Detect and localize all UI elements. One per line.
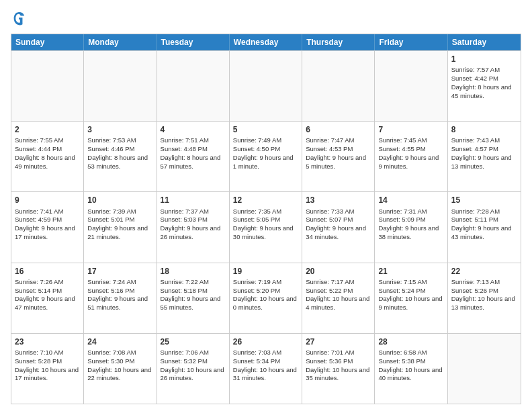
calendar-day-22: 22Sunrise: 7:13 AM Sunset: 5:26 PM Dayli… bbox=[448, 263, 521, 333]
calendar-day-5: 5Sunrise: 7:49 AM Sunset: 4:50 PM Daylig… bbox=[230, 122, 302, 191]
calendar-week-2: 2Sunrise: 7:55 AM Sunset: 4:44 PM Daylig… bbox=[11, 121, 521, 191]
calendar-day-7: 7Sunrise: 7:45 AM Sunset: 4:55 PM Daylig… bbox=[375, 122, 447, 191]
day-number: 23 bbox=[15, 336, 80, 347]
day-info: Sunrise: 7:53 AM Sunset: 4:46 PM Dayligh… bbox=[87, 136, 148, 169]
day-info: Sunrise: 7:31 AM Sunset: 5:09 PM Dayligh… bbox=[378, 208, 439, 240]
day-info: Sunrise: 7:01 AM Sunset: 5:36 PM Dayligh… bbox=[306, 349, 369, 381]
day-info: Sunrise: 7:57 AM Sunset: 4:42 PM Dayligh… bbox=[451, 66, 512, 99]
day-info: Sunrise: 7:10 AM Sunset: 5:28 PM Dayligh… bbox=[15, 349, 79, 381]
day-number: 20 bbox=[306, 266, 371, 277]
calendar-empty-cell bbox=[157, 51, 230, 121]
day-info: Sunrise: 7:15 AM Sunset: 5:24 PM Dayligh… bbox=[378, 278, 442, 311]
day-info: Sunrise: 7:06 AM Sunset: 5:32 PM Dayligh… bbox=[161, 349, 224, 381]
calendar-day-21: 21Sunrise: 7:15 AM Sunset: 5:24 PM Dayli… bbox=[375, 263, 447, 333]
calendar-day-1: 1Sunrise: 7:57 AM Sunset: 4:42 PM Daylig… bbox=[448, 51, 521, 121]
header bbox=[11, 11, 521, 27]
calendar-day-17: 17Sunrise: 7:24 AM Sunset: 5:16 PM Dayli… bbox=[84, 263, 157, 333]
day-number: 12 bbox=[233, 195, 298, 205]
calendar-body: 1Sunrise: 7:57 AM Sunset: 4:42 PM Daylig… bbox=[11, 50, 521, 404]
day-number: 14 bbox=[378, 195, 443, 205]
day-number: 24 bbox=[87, 336, 152, 347]
calendar-empty-cell bbox=[302, 51, 375, 121]
day-number: 3 bbox=[87, 124, 152, 135]
header-cell-monday: Monday bbox=[84, 34, 157, 50]
day-number: 21 bbox=[378, 266, 443, 277]
day-number: 26 bbox=[233, 336, 298, 347]
calendar-day-25: 25Sunrise: 7:06 AM Sunset: 5:32 PM Dayli… bbox=[157, 334, 230, 404]
day-number: 6 bbox=[306, 124, 371, 135]
day-number: 17 bbox=[87, 266, 152, 277]
day-info: Sunrise: 7:19 AM Sunset: 5:20 PM Dayligh… bbox=[233, 278, 297, 311]
calendar-week-1: 1Sunrise: 7:57 AM Sunset: 4:42 PM Daylig… bbox=[11, 50, 521, 121]
day-info: Sunrise: 7:08 AM Sunset: 5:30 PM Dayligh… bbox=[87, 349, 151, 381]
day-info: Sunrise: 7:55 AM Sunset: 4:44 PM Dayligh… bbox=[15, 136, 75, 169]
calendar-day-19: 19Sunrise: 7:19 AM Sunset: 5:20 PM Dayli… bbox=[230, 263, 302, 333]
day-info: Sunrise: 7:51 AM Sunset: 4:48 PM Dayligh… bbox=[161, 136, 221, 169]
calendar-day-24: 24Sunrise: 7:08 AM Sunset: 5:30 PM Dayli… bbox=[84, 334, 157, 404]
day-number: 10 bbox=[87, 195, 152, 205]
calendar-day-11: 11Sunrise: 7:37 AM Sunset: 5:03 PM Dayli… bbox=[157, 192, 230, 262]
calendar-day-9: 9Sunrise: 7:41 AM Sunset: 4:59 PM Daylig… bbox=[11, 192, 84, 262]
day-number: 19 bbox=[233, 266, 298, 277]
calendar-day-4: 4Sunrise: 7:51 AM Sunset: 4:48 PM Daylig… bbox=[157, 122, 230, 191]
calendar-day-8: 8Sunrise: 7:43 AM Sunset: 4:57 PM Daylig… bbox=[448, 122, 521, 191]
day-info: Sunrise: 7:24 AM Sunset: 5:16 PM Dayligh… bbox=[87, 278, 148, 311]
calendar-day-3: 3Sunrise: 7:53 AM Sunset: 4:46 PM Daylig… bbox=[84, 122, 157, 191]
header-cell-friday: Friday bbox=[375, 34, 447, 50]
day-number: 5 bbox=[233, 124, 298, 135]
header-cell-tuesday: Tuesday bbox=[157, 34, 230, 50]
day-number: 7 bbox=[378, 124, 443, 135]
calendar-empty-cell bbox=[230, 51, 302, 121]
day-number: 8 bbox=[451, 124, 517, 135]
day-number: 11 bbox=[161, 195, 226, 205]
day-number: 25 bbox=[161, 336, 226, 347]
calendar-empty-cell bbox=[375, 51, 447, 121]
calendar-day-2: 2Sunrise: 7:55 AM Sunset: 4:44 PM Daylig… bbox=[11, 122, 84, 191]
day-info: Sunrise: 7:03 AM Sunset: 5:34 PM Dayligh… bbox=[233, 349, 297, 381]
day-info: Sunrise: 7:41 AM Sunset: 4:59 PM Dayligh… bbox=[15, 208, 75, 240]
day-number: 9 bbox=[15, 195, 80, 205]
calendar-day-26: 26Sunrise: 7:03 AM Sunset: 5:34 PM Dayli… bbox=[230, 334, 302, 404]
day-number: 4 bbox=[161, 124, 226, 135]
day-info: Sunrise: 7:28 AM Sunset: 5:11 PM Dayligh… bbox=[451, 208, 512, 240]
calendar-day-28: 28Sunrise: 6:58 AM Sunset: 5:38 PM Dayli… bbox=[375, 334, 447, 404]
day-info: Sunrise: 7:13 AM Sunset: 5:26 PM Dayligh… bbox=[451, 278, 515, 311]
calendar-week-3: 9Sunrise: 7:41 AM Sunset: 4:59 PM Daylig… bbox=[11, 191, 521, 262]
day-info: Sunrise: 7:43 AM Sunset: 4:57 PM Dayligh… bbox=[451, 136, 512, 169]
header-cell-wednesday: Wednesday bbox=[230, 34, 302, 50]
day-info: Sunrise: 7:22 AM Sunset: 5:18 PM Dayligh… bbox=[161, 278, 221, 311]
day-number: 2 bbox=[15, 124, 80, 135]
day-number: 22 bbox=[451, 266, 517, 277]
day-number: 16 bbox=[15, 266, 80, 277]
day-number: 15 bbox=[451, 195, 517, 205]
day-info: Sunrise: 6:58 AM Sunset: 5:38 PM Dayligh… bbox=[378, 349, 442, 381]
day-number: 1 bbox=[451, 54, 517, 64]
calendar-day-15: 15Sunrise: 7:28 AM Sunset: 5:11 PM Dayli… bbox=[448, 192, 521, 262]
calendar-day-10: 10Sunrise: 7:39 AM Sunset: 5:01 PM Dayli… bbox=[84, 192, 157, 262]
header-cell-thursday: Thursday bbox=[302, 34, 375, 50]
calendar-empty-cell bbox=[84, 51, 157, 121]
header-cell-sunday: Sunday bbox=[11, 34, 84, 50]
day-info: Sunrise: 7:37 AM Sunset: 5:03 PM Dayligh… bbox=[161, 208, 221, 240]
day-info: Sunrise: 7:35 AM Sunset: 5:05 PM Dayligh… bbox=[233, 208, 294, 240]
day-info: Sunrise: 7:26 AM Sunset: 5:14 PM Dayligh… bbox=[15, 278, 75, 311]
calendar-day-6: 6Sunrise: 7:47 AM Sunset: 4:53 PM Daylig… bbox=[302, 122, 375, 191]
calendar-day-27: 27Sunrise: 7:01 AM Sunset: 5:36 PM Dayli… bbox=[302, 334, 375, 404]
day-number: 18 bbox=[161, 266, 226, 277]
calendar-day-20: 20Sunrise: 7:17 AM Sunset: 5:22 PM Dayli… bbox=[302, 263, 375, 333]
day-info: Sunrise: 7:33 AM Sunset: 5:07 PM Dayligh… bbox=[306, 208, 366, 240]
day-number: 27 bbox=[306, 336, 371, 347]
day-info: Sunrise: 7:47 AM Sunset: 4:53 PM Dayligh… bbox=[306, 136, 366, 169]
calendar-empty-cell bbox=[448, 334, 521, 404]
day-info: Sunrise: 7:17 AM Sunset: 5:22 PM Dayligh… bbox=[306, 278, 369, 311]
calendar-day-12: 12Sunrise: 7:35 AM Sunset: 5:05 PM Dayli… bbox=[230, 192, 302, 262]
day-info: Sunrise: 7:39 AM Sunset: 5:01 PM Dayligh… bbox=[87, 208, 148, 240]
calendar-day-16: 16Sunrise: 7:26 AM Sunset: 5:14 PM Dayli… bbox=[11, 263, 84, 333]
logo bbox=[11, 11, 28, 27]
page: SundayMondayTuesdayWednesdayThursdayFrid… bbox=[0, 0, 532, 411]
calendar-empty-cell bbox=[11, 51, 84, 121]
day-number: 13 bbox=[306, 195, 371, 205]
calendar-week-4: 16Sunrise: 7:26 AM Sunset: 5:14 PM Dayli… bbox=[11, 263, 521, 333]
calendar-day-18: 18Sunrise: 7:22 AM Sunset: 5:18 PM Dayli… bbox=[157, 263, 230, 333]
calendar-day-13: 13Sunrise: 7:33 AM Sunset: 5:07 PM Dayli… bbox=[302, 192, 375, 262]
